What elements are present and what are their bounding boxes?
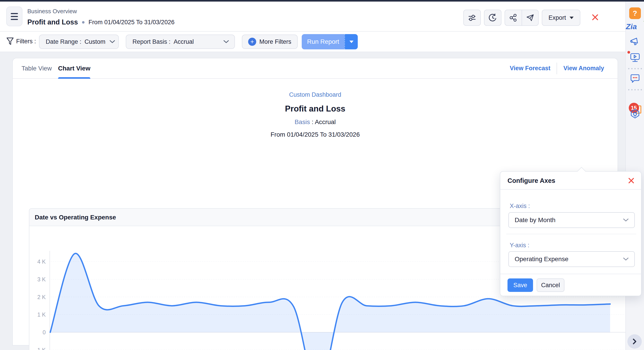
- notification-dot: [628, 51, 630, 54]
- chevron-right-icon: [632, 338, 637, 344]
- title-row: Profit and Loss From 01/04/2025 To 31/03…: [27, 18, 174, 26]
- hamburger-menu-button[interactable]: [6, 7, 22, 26]
- report-title: Profit and Loss: [13, 104, 618, 114]
- send-icon: [526, 14, 534, 22]
- report-period-line: From 01/04/2025 To 31/03/2026: [13, 131, 618, 138]
- date-range-value: Custom: [84, 38, 105, 45]
- y-axis-tick-label: -1 K: [36, 347, 46, 350]
- chevron-down-icon: [623, 257, 629, 261]
- export-label: Export: [548, 14, 566, 21]
- custom-dashboard-link[interactable]: Custom Dashboard: [289, 91, 342, 98]
- help-button[interactable]: ?: [629, 8, 641, 19]
- page-title: Profit and Loss: [27, 18, 78, 26]
- filter-bar: Filters : Date Range : Custom Report Bas…: [0, 32, 626, 52]
- integrations-button[interactable]: [630, 109, 640, 120]
- filters-label: Filters :: [6, 37, 36, 46]
- sparkle-icon: ✦: [643, 19, 644, 24]
- export-caret-icon: [570, 17, 574, 19]
- y-axis-tick-label: 3 K: [37, 276, 46, 282]
- share-send-group: [504, 10, 539, 26]
- view-anomaly-link[interactable]: View Anomaly: [557, 65, 610, 72]
- y-axis-tick-label: 1 K: [37, 311, 46, 318]
- sidebar-separator: [628, 68, 642, 69]
- close-report-button[interactable]: [591, 13, 599, 22]
- close-icon: [591, 13, 599, 21]
- feedback-chat-button[interactable]: [630, 74, 640, 85]
- run-report-button[interactable]: Run Report: [302, 34, 358, 49]
- zia-assistant-button[interactable]: Zia ✦: [626, 22, 644, 31]
- customize-report-button[interactable]: [463, 10, 481, 26]
- chart-panel-title: Date vs Operating Expense: [35, 209, 116, 226]
- expand-sidebar-button[interactable]: [628, 334, 642, 349]
- chevron-down-icon: [110, 40, 115, 44]
- y-axis-label: Y-axis :: [510, 242, 530, 249]
- report-center-header: Custom Dashboard Profit and Loss Basis :…: [13, 79, 618, 138]
- report-basis-dropdown[interactable]: Report Basis : Accrual: [126, 35, 235, 49]
- save-button[interactable]: Save: [508, 278, 533, 292]
- announcements-button[interactable]: [630, 36, 640, 47]
- popup-close-button[interactable]: [628, 177, 635, 185]
- popup-divider: [506, 234, 636, 234]
- x-axis-value: Date by Month: [515, 216, 556, 224]
- plus-circle-icon: +: [248, 38, 256, 46]
- title-separator-dot: [82, 21, 84, 24]
- export-button[interactable]: Export: [542, 10, 580, 26]
- report-basis-value: Accrual: [174, 38, 194, 45]
- y-axis-value: Operating Expense: [515, 255, 568, 263]
- report-period: From 01/04/2025 To 31/03/2026: [88, 19, 174, 26]
- refresh-history-button[interactable]: [484, 10, 502, 26]
- y-axis-tick-label: 0: [42, 329, 46, 335]
- close-icon: [628, 177, 635, 184]
- sliders-icon: [468, 13, 476, 22]
- y-axis-tick-label: 4 K: [37, 258, 46, 265]
- video-monitor-icon: [630, 52, 640, 63]
- tab-chart-view[interactable]: Chart View: [52, 58, 96, 78]
- chat-bubble-icon: [630, 74, 640, 84]
- x-axis-label: X-axis :: [510, 203, 530, 210]
- date-range-dropdown[interactable]: Date Range : Custom: [39, 35, 119, 49]
- share-button[interactable]: [505, 10, 522, 25]
- view-tabs: Table View Chart View View Forecast View…: [13, 58, 618, 79]
- view-links: View Forecast View Anomaly: [504, 58, 610, 78]
- video-tutorials-button[interactable]: [630, 52, 640, 64]
- y-axis-select[interactable]: Operating Expense: [508, 251, 635, 267]
- y-axis-tick-label: 2 K: [37, 294, 46, 300]
- hamburger-icon: [11, 13, 18, 14]
- configure-axes-popup: Configure Axes X-axis : Date by Month Y-…: [500, 171, 642, 296]
- popup-footer: Save Cancel: [500, 274, 641, 296]
- zia-icon: Zia: [626, 22, 637, 31]
- sidebar-separator: [628, 89, 642, 90]
- header-toolbar: Export: [463, 10, 599, 26]
- top-navy-strip: [0, 0, 644, 2]
- popup-title: Configure Axes: [508, 172, 555, 190]
- run-report-dropdown[interactable]: [344, 34, 358, 49]
- view-forecast-link[interactable]: View Forecast: [504, 65, 556, 72]
- breadcrumb[interactable]: Business Overview: [27, 8, 77, 15]
- popup-header: Configure Axes: [500, 172, 641, 190]
- megaphone-icon: [630, 36, 640, 46]
- x-axis-select[interactable]: Date by Month: [508, 212, 635, 228]
- chevron-down-icon: [623, 218, 629, 222]
- more-filters-button[interactable]: + More Filters: [242, 35, 298, 49]
- chevron-down-icon: [223, 40, 229, 44]
- funnel-icon: [6, 37, 14, 46]
- cancel-button[interactable]: Cancel: [537, 278, 564, 292]
- run-report-caret-icon: [350, 41, 354, 43]
- send-button[interactable]: [522, 10, 538, 25]
- tab-table-view[interactable]: Table View: [16, 58, 58, 78]
- share-icon: [509, 14, 518, 22]
- report-header-bar: Business Overview Profit and Loss From 0…: [0, 2, 626, 32]
- run-report-label[interactable]: Run Report: [302, 34, 344, 49]
- refresh-icon: [488, 13, 498, 23]
- help-icon: ?: [629, 8, 641, 19]
- report-basis-line: Basis : Accrual: [13, 119, 618, 126]
- hexagon-plug-icon: [630, 109, 640, 119]
- app-window: Business Overview Profit and Loss From 0…: [0, 0, 644, 350]
